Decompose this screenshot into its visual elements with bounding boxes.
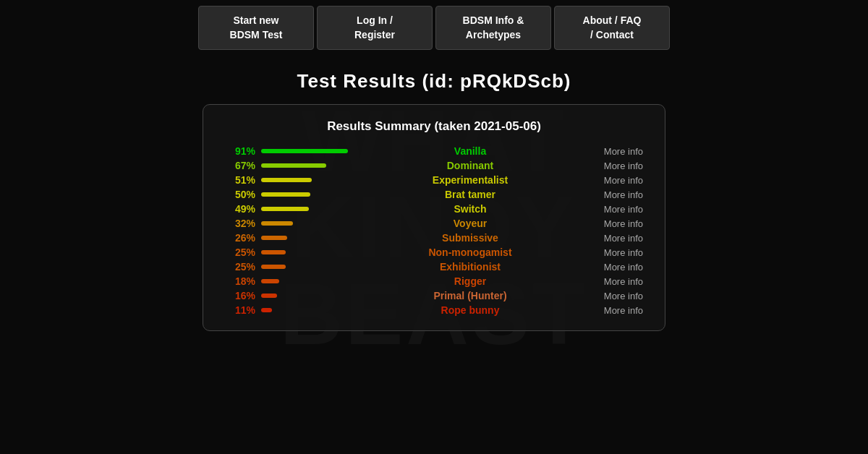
main-nav: Start newBDSM TestLog In /RegisterBDSM I… bbox=[0, 0, 868, 56]
result-row-7: 25%Non-monogamistMore info bbox=[225, 247, 643, 258]
bdsm-info-button[interactable]: BDSM Info &Archetypes bbox=[435, 6, 551, 50]
result-bar-container-10 bbox=[261, 294, 362, 298]
result-bar-container-4 bbox=[261, 207, 362, 211]
result-row-3: 50%Brat tamerMore info bbox=[225, 189, 643, 200]
result-row-6: 26%SubmissiveMore info bbox=[225, 232, 643, 244]
result-pct-6: 26% bbox=[225, 232, 261, 244]
result-bar-container-7 bbox=[261, 250, 362, 254]
result-trait-7: Non-monogamist bbox=[362, 247, 578, 258]
result-trait-8: Exhibitionist bbox=[362, 261, 578, 273]
result-bar-container-11 bbox=[261, 308, 362, 312]
result-row-2: 51%ExperimentalistMore info bbox=[225, 174, 643, 186]
result-pct-11: 11% bbox=[225, 304, 261, 316]
result-row-10: 16%Primal (Hunter)More info bbox=[225, 290, 643, 301]
result-bar-4 bbox=[261, 207, 309, 211]
more-info-link-1[interactable]: More info bbox=[578, 160, 643, 171]
results-list: 91%VanillaMore info67%DominantMore info5… bbox=[225, 145, 643, 316]
result-pct-3: 50% bbox=[225, 189, 261, 200]
result-row-1: 67%DominantMore info bbox=[225, 160, 643, 171]
more-info-link-8[interactable]: More info bbox=[578, 262, 643, 273]
result-pct-5: 32% bbox=[225, 218, 261, 229]
result-trait-1: Dominant bbox=[362, 160, 578, 171]
result-bar-container-0 bbox=[261, 149, 362, 153]
login-register-button[interactable]: Log In /Register bbox=[317, 6, 433, 50]
more-info-link-10[interactable]: More info bbox=[578, 291, 643, 301]
result-trait-4: Switch bbox=[362, 203, 578, 215]
result-trait-0: Vanilla bbox=[362, 145, 578, 157]
result-bar-9 bbox=[261, 279, 279, 283]
result-bar-10 bbox=[261, 294, 277, 298]
result-trait-9: Rigger bbox=[362, 275, 578, 287]
more-info-link-3[interactable]: More info bbox=[578, 189, 643, 200]
result-bar-2 bbox=[261, 178, 312, 182]
more-info-link-2[interactable]: More info bbox=[578, 175, 643, 186]
more-info-link-11[interactable]: More info bbox=[578, 305, 643, 316]
more-info-link-4[interactable]: More info bbox=[578, 204, 643, 215]
result-bar-3 bbox=[261, 192, 310, 197]
result-bar-1 bbox=[261, 163, 326, 168]
more-info-link-5[interactable]: More info bbox=[578, 218, 643, 229]
result-row-4: 49%SwitchMore info bbox=[225, 203, 643, 215]
result-pct-0: 91% bbox=[225, 145, 261, 157]
result-row-8: 25%ExhibitionistMore info bbox=[225, 261, 643, 273]
result-pct-9: 18% bbox=[225, 275, 261, 287]
result-bar-5 bbox=[261, 221, 293, 226]
result-pct-1: 67% bbox=[225, 160, 261, 171]
result-trait-6: Submissive bbox=[362, 232, 578, 244]
result-trait-11: Rope bunny bbox=[362, 304, 578, 316]
result-bar-8 bbox=[261, 265, 286, 269]
result-pct-8: 25% bbox=[225, 261, 261, 273]
panel-title: Results Summary (taken 2021-05-06) bbox=[225, 119, 643, 134]
result-bar-container-5 bbox=[261, 221, 362, 226]
result-row-11: 11%Rope bunnyMore info bbox=[225, 304, 643, 316]
result-bar-6 bbox=[261, 236, 287, 240]
result-bar-container-3 bbox=[261, 192, 362, 197]
start-new-test-button[interactable]: Start newBDSM Test bbox=[198, 6, 314, 50]
result-bar-0 bbox=[261, 149, 348, 153]
result-trait-3: Brat tamer bbox=[362, 189, 578, 200]
result-bar-7 bbox=[261, 250, 286, 254]
result-pct-2: 51% bbox=[225, 174, 261, 186]
more-info-link-0[interactable]: More info bbox=[578, 146, 643, 157]
result-row-5: 32%VoyeurMore info bbox=[225, 218, 643, 229]
result-bar-container-9 bbox=[261, 279, 362, 283]
result-bar-11 bbox=[261, 308, 272, 312]
result-trait-10: Primal (Hunter) bbox=[362, 290, 578, 301]
result-trait-2: Experimentalist bbox=[362, 174, 578, 186]
result-pct-4: 49% bbox=[225, 203, 261, 215]
result-bar-container-6 bbox=[261, 236, 362, 240]
more-info-link-6[interactable]: More info bbox=[578, 233, 643, 244]
result-row-0: 91%VanillaMore info bbox=[225, 145, 643, 157]
more-info-link-7[interactable]: More info bbox=[578, 247, 643, 258]
result-pct-10: 16% bbox=[225, 290, 261, 301]
page-title: Test Results (id: pRQkDScb) bbox=[0, 70, 868, 93]
about-faq-button[interactable]: About / FAQ/ Contact bbox=[554, 6, 670, 50]
result-trait-5: Voyeur bbox=[362, 218, 578, 229]
more-info-link-9[interactable]: More info bbox=[578, 276, 643, 287]
result-row-9: 18%RiggerMore info bbox=[225, 275, 643, 287]
result-pct-7: 25% bbox=[225, 247, 261, 258]
result-bar-container-2 bbox=[261, 178, 362, 182]
result-bar-container-1 bbox=[261, 163, 362, 168]
results-panel: Results Summary (taken 2021-05-06) 91%Va… bbox=[203, 104, 665, 331]
result-bar-container-8 bbox=[261, 265, 362, 269]
